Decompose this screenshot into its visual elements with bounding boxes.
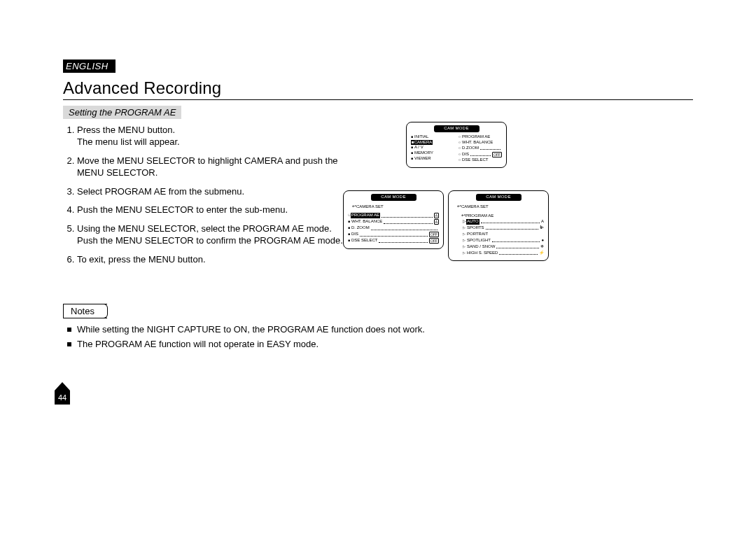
step-item: Push the MENU SELECTOR to enter the sub-… [77, 204, 343, 216]
osd-menu-item: A / V [411, 145, 454, 150]
notes-heading: Notes [63, 304, 107, 318]
osd-title: CAM MODE [434, 125, 479, 132]
osd-tag: OFF [429, 238, 439, 244]
osd-right-col: PROGRAM AE WHT. BALANCE D.ZOOM DISOFF DS… [458, 134, 502, 163]
osd-menu-item: ■CAMERA [411, 140, 454, 146]
osd-menu-item: VIEWER [411, 156, 454, 162]
osd-sub-item: ○PROGRAM AE [348, 213, 380, 218]
title-rule [63, 99, 693, 100]
osd-option: ▷AUTO [463, 219, 479, 225]
step-text: Using the MENU SELECTOR, select the PROG… [77, 223, 343, 246]
osd-title: CAM MODE [371, 194, 416, 201]
step-item: To exit, press the MENU button. [77, 254, 343, 266]
mode-icon: ⛷ [540, 225, 544, 231]
osd-option: HIGH S. SPEED [463, 251, 498, 256]
page-number-badge: 44 [55, 391, 70, 405]
note-item: The PROGRAM AE function will not operate… [77, 339, 693, 351]
osd-sub-item: DIS [348, 232, 358, 237]
osd-sub-item: D.ZOOM [458, 146, 479, 151]
osd-menu-item: INITIAL [411, 134, 454, 140]
osd-tag: OFF [429, 232, 439, 238]
osd-diagrams: CAM MODE INITIAL ■CAMERA A / V MEMORY VI… [343, 122, 693, 276]
note-item: While setting the NIGHT CAPTURE to ON, t… [77, 324, 693, 336]
osd-option: PORTRAIT [463, 232, 488, 237]
return-icon: CAMERA SET [348, 203, 439, 210]
osd-left-col: INITIAL ■CAMERA A / V MEMORY VIEWER [411, 134, 454, 163]
notes-list: While setting the NIGHT CAPTURE to ON, t… [63, 324, 693, 351]
step-text: Push the MENU SELECTOR to enter the sub-… [77, 204, 288, 215]
osd-option: SAND / SNOW [463, 244, 495, 250]
step-item: Press the MENU button. The menu list wil… [77, 125, 343, 148]
step-text: To exit, press the MENU button. [77, 254, 206, 265]
osd-option: SPORTS [463, 225, 484, 231]
step-item: Using the MENU SELECTOR, select the PROG… [77, 223, 343, 247]
osd-screen-main: CAM MODE INITIAL ■CAMERA A / V MEMORY VI… [406, 122, 507, 168]
osd-screen-camera-set: CAM MODE CAMERA SET ○PROGRAM AEA WHT. BA… [343, 190, 444, 249]
step-text: Select PROGRAM AE from the submenu. [77, 186, 244, 197]
page-title: Advanced Recording [63, 78, 693, 98]
osd-tag: A [434, 219, 439, 225]
mode-icon: ❄ [540, 244, 544, 250]
return-icon: CAMERA SET [453, 203, 544, 210]
osd-sub-item: WHT. BALANCE [348, 219, 382, 225]
osd-sub-item: DSE SELECT [348, 238, 377, 244]
mode-icon: A [541, 219, 544, 225]
osd-tag: A [434, 213, 439, 219]
osd-tag: OFF [492, 152, 502, 158]
step-text: Move the MENU SELECTOR to highlight CAME… [77, 155, 338, 178]
osd-sub-item: WHT. BALANCE [458, 140, 502, 146]
osd-sub-item: DSE SELECT [458, 157, 502, 163]
content-row: Press the MENU button. The menu list wil… [63, 122, 693, 276]
osd-subheader: PROGRAM AE [457, 212, 544, 219]
steps-column: Press the MENU button. The menu list wil… [63, 122, 343, 273]
osd-sub-item: D. ZOOM [348, 225, 370, 231]
steps-list: Press the MENU button. The menu list wil… [63, 125, 343, 266]
step-item: Select PROGRAM AE from the submenu. [77, 186, 343, 198]
osd-option: SPOTLIGHT [463, 238, 491, 244]
language-badge: ENGLISH [63, 59, 115, 73]
mode-icon: ⚡ [539, 251, 544, 256]
section-subtitle: Setting the PROGRAM AE [63, 106, 181, 119]
osd-sub-item: DIS [458, 152, 469, 157]
osd-menu-item: MEMORY [411, 150, 454, 156]
step-text: Press the MENU button. The menu list wil… [77, 125, 180, 147]
osd-title: CAM MODE [476, 194, 522, 201]
manual-page: ENGLISH Advanced Recording Setting the P… [0, 0, 756, 534]
step-item: Move the MENU SELECTOR to highlight CAME… [77, 155, 343, 179]
osd-sub-item: PROGRAM AE [458, 134, 502, 140]
mode-icon: ● [541, 238, 544, 244]
osd-screen-program-ae: CAM MODE CAMERA SET PROGRAM AE ▷AUTOA SP… [448, 190, 549, 261]
